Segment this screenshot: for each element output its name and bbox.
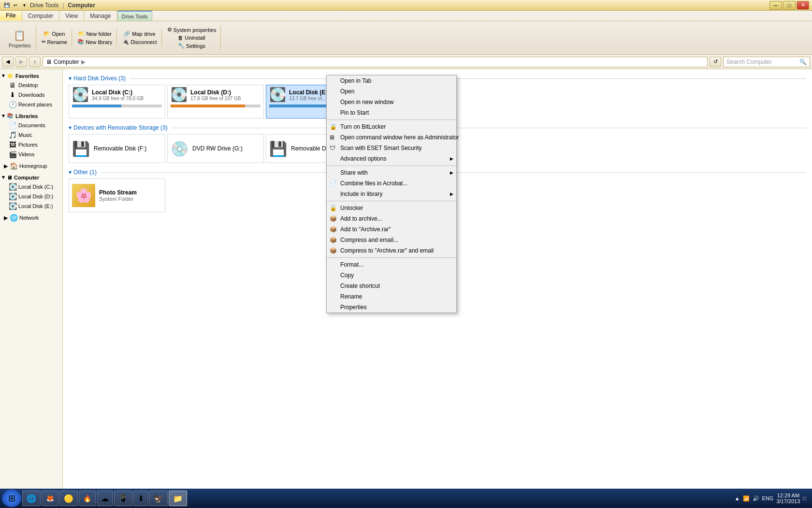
hard-drives-collapse-icon[interactable]: ▾ [69, 75, 72, 82]
ctx-pin-to-start[interactable]: Pin to Start [327, 107, 456, 118]
sidebar-item-homegroup[interactable]: ▶ 🏠 Homegroup [0, 161, 62, 171]
taskbar-utorrent[interactable]: ⬇ [133, 491, 148, 506]
ctx-compress-rar-email[interactable]: 📦 Compress to "Archive.rar" and email [327, 245, 456, 256]
customize-icon[interactable]: ▾ [20, 2, 28, 9]
tray-network[interactable]: 📶 [743, 495, 750, 502]
taskbar-firefox[interactable]: 🔥 [79, 491, 96, 506]
hard-drives-divider [130, 78, 806, 79]
sidebar-favorites-header[interactable]: ▾ ⭐ Favorites [0, 71, 62, 80]
sidebar-item-documents[interactable]: 📄 Documents [5, 120, 62, 130]
sidebar-computer-header[interactable]: ▾ 🖥 Computer [0, 173, 62, 182]
ctx-pin-to-start-label: Pin to Start [340, 109, 369, 116]
ctx-format[interactable]: Format... [327, 259, 456, 270]
sidebar-item-downloads[interactable]: ⬇ Downloads [5, 90, 62, 100]
dvd-g-item[interactable]: 💿 DVD RW Drive (G:) [167, 134, 264, 163]
ctx-copy[interactable]: Copy [327, 270, 456, 281]
ctx-add-archive[interactable]: 📦 Add to archive... [327, 213, 456, 224]
ctx-open-in-tab[interactable]: Open in Tab [327, 75, 456, 86]
ctx-bitlocker[interactable]: 🔒 Turn on BitLocker [327, 121, 456, 132]
properties-button[interactable]: 📋 Properties [7, 27, 33, 49]
tray-notifications[interactable]: □ [803, 495, 806, 501]
settings-button[interactable]: 🔧 Settings [176, 42, 207, 49]
back-button[interactable]: ◀ [2, 57, 14, 67]
taskbar-app2[interactable]: 🦊 [42, 491, 58, 506]
search-icon[interactable]: 🔍 [799, 59, 807, 65]
sidebar-item-music[interactable]: 🎵 Music [5, 130, 62, 140]
ctx-combine-acrobat[interactable]: 📄 Combine files in Acrobat... [327, 178, 456, 189]
ctx-create-shortcut[interactable]: Create shortcut [327, 281, 456, 291]
sidebar-recent-label: Recent places [18, 102, 52, 107]
sidebar-item-desktop[interactable]: 🖥 Desktop [5, 80, 62, 90]
rename-button[interactable]: ✏ Rename [40, 38, 69, 45]
removable-f-item[interactable]: 💾 Removable Disk (F:) [69, 134, 165, 163]
close-button[interactable]: ✕ [797, 1, 809, 10]
map-drive-button[interactable]: 🔗 Map drive [122, 30, 157, 37]
up-button[interactable]: ↑ [29, 57, 41, 67]
tab-view[interactable]: View [59, 11, 84, 21]
sidebar-item-local-d[interactable]: 💽 Local Disk (D:) [5, 192, 62, 201]
taskbar-app8[interactable]: 🦅 [149, 491, 168, 506]
disconnect-button[interactable]: 🔌 Disconnect [121, 38, 158, 45]
sidebar: ▾ ⭐ Favorites 🖥 Desktop ⬇ Downloads 🕐 Re… [0, 69, 63, 494]
ctx-sep-1 [327, 120, 456, 120]
sidebar-item-local-e[interactable]: 💽 Local Disk (E:) [5, 201, 62, 211]
refresh-button[interactable]: ↺ [710, 57, 721, 67]
ctx-unlocker[interactable]: 🔓 Unlocker [327, 203, 456, 213]
drive-d-item[interactable]: 💽 Local Disk (D:) 17.8 GB free of 107 GB [167, 85, 264, 119]
ctx-compress-rar-email-label: Compress to "Archive.rar" and email [340, 247, 434, 254]
ctx-share-with-label: Share with [340, 169, 368, 176]
tray-lang[interactable]: ENG [762, 495, 774, 501]
sidebar-item-pictures[interactable]: 🖼 Pictures [5, 140, 62, 149]
sidebar-item-videos[interactable]: 🎬 Videos [5, 149, 62, 159]
ctx-properties[interactable]: Properties [327, 302, 456, 313]
open-button[interactable]: 📂 Open [42, 30, 66, 37]
forward-button[interactable]: ▶ [15, 57, 27, 67]
sidebar-item-network[interactable]: ▶ 🌐 Network [0, 213, 62, 223]
taskbar-chrome[interactable]: 🟡 [59, 491, 78, 506]
taskbar-ie[interactable]: 🌐 [22, 491, 41, 506]
sidebar-local-e-label: Local Disk (E:) [18, 203, 53, 209]
tray-clock[interactable]: 12:29 AM 3/17/2013 [776, 493, 800, 504]
taskbar-skype[interactable]: 📱 [114, 491, 132, 506]
ctx-open[interactable]: Open [327, 86, 456, 97]
uninstall-button[interactable]: 🗑 Uninstall [176, 34, 206, 41]
ctx-compress-rar-icon: 📦 [330, 247, 337, 254]
ctx-share-with[interactable]: Share with [327, 167, 456, 178]
tab-manage[interactable]: Manage [84, 11, 117, 21]
ctx-compress-email[interactable]: 📦 Compress and email... [327, 235, 456, 245]
disconnect-icon: 🔌 [122, 39, 129, 45]
ctx-eset[interactable]: 🛡 Scan with ESET Smart Security [327, 143, 456, 153]
system-props-button[interactable]: ⚙ System properties [166, 26, 218, 33]
sidebar-item-local-c[interactable]: 💽 Local Disk (C:) [5, 182, 62, 192]
ctx-include-library[interactable]: Include in library [327, 189, 456, 199]
ctx-sep-3 [327, 201, 456, 201]
ctx-open-new-window[interactable]: Open in new window [327, 97, 456, 107]
new-library-button[interactable]: 📚 New library [76, 38, 114, 45]
tray-volume[interactable]: 🔊 [753, 495, 759, 502]
tab-drive-tools[interactable]: Drive Tools [117, 11, 152, 21]
uninstall-icon: 🗑 [178, 35, 183, 41]
drive-c-item[interactable]: 💽 Local Disk (C:) 34.9 GB free of 78.0 G… [69, 85, 165, 119]
other-collapse-icon[interactable]: ▾ [69, 169, 72, 176]
tab-file[interactable]: File [0, 11, 22, 21]
minimize-button[interactable]: ─ [769, 1, 782, 10]
ribbon-group-manage: 🔗 Map drive 🔌 Disconnect [118, 29, 161, 46]
sidebar-libraries-header[interactable]: ▾ 📚 Libraries [0, 111, 62, 120]
ctx-rename[interactable]: Rename [327, 291, 456, 302]
address-path[interactable]: 🖥 Computer ▶ [43, 57, 708, 67]
tray-chevron[interactable]: ▲ [735, 495, 740, 501]
removable-collapse-icon[interactable]: ▾ [69, 124, 72, 131]
ctx-add-rar[interactable]: 📦 Add to "Archive.rar" [327, 224, 456, 235]
photo-stream-item[interactable]: 🌸 Photo Stream System Folder [69, 179, 165, 212]
ctx-admin-cmd[interactable]: ⊞ Open command window here as Administra… [327, 132, 456, 143]
taskbar-explorer[interactable]: 📁 [169, 491, 187, 506]
quick-access-icon[interactable]: 💾 [3, 2, 11, 9]
maximize-button[interactable]: □ [783, 1, 796, 10]
ctx-advanced[interactable]: Advanced options [327, 153, 456, 164]
start-button[interactable]: ⊞ [2, 490, 21, 507]
new-folder-button[interactable]: 📁 New folder [76, 30, 113, 37]
undo-icon[interactable]: ↩ [12, 2, 19, 9]
tab-computer[interactable]: Computer [22, 11, 60, 21]
sidebar-item-recent[interactable]: 🕐 Recent places [5, 100, 62, 109]
taskbar-cloud[interactable]: ☁ [97, 491, 113, 506]
